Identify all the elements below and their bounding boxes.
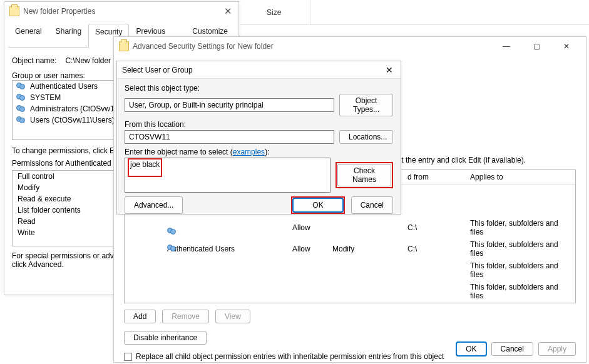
view-button[interactable]: View <box>215 310 250 323</box>
location-field[interactable] <box>125 130 334 144</box>
explorer-column-header: Size <box>240 0 589 25</box>
select-user-title: Select User or Group <box>122 66 193 74</box>
folder-icon <box>9 6 19 16</box>
disable-inheritance-button[interactable]: Disable inheritance <box>124 331 207 345</box>
tab-general[interactable]: General <box>8 23 49 47</box>
advanced-titlebar[interactable]: Advanced Security Settings for New folde… <box>114 37 586 56</box>
close-icon[interactable]: ✕ <box>224 6 232 17</box>
folder-icon <box>119 41 129 51</box>
object-type-label: Select this object type: <box>125 84 393 93</box>
ok-button[interactable]: OK <box>456 342 486 356</box>
tab-sharing[interactable]: Sharing <box>49 23 88 47</box>
change-permissions-text: To change permissions, click Edi <box>12 146 120 155</box>
users-icon <box>16 116 26 124</box>
maximize-icon[interactable]: ▢ <box>526 39 547 53</box>
properties-title: New folder Properties <box>23 7 233 16</box>
properties-titlebar[interactable]: New folder Properties <box>4 2 238 21</box>
users-icon <box>16 105 26 113</box>
select-user-titlebar[interactable]: Select User or Group ✕ <box>117 61 401 79</box>
apply-button[interactable]: Apply <box>538 342 576 356</box>
select-user-dialog: Select User or Group ✕ Select this objec… <box>116 61 401 215</box>
examples-link[interactable]: examples <box>233 148 265 156</box>
table-row[interactable]: This folder, subfolders and files <box>125 260 575 281</box>
minimize-icon[interactable]: — <box>496 39 517 53</box>
table-row[interactable]: Allow C:\This folder, subfolders and fil… <box>125 217 575 238</box>
close-icon[interactable]: ✕ <box>556 39 577 53</box>
replace-checkbox-label: Replace all child object permission entr… <box>136 352 444 361</box>
table-row[interactable]: Authenticated Users AllowModify C:\This … <box>125 238 575 260</box>
users-icon <box>16 94 26 101</box>
object-name-label: Object name: <box>12 56 56 65</box>
replace-checkbox[interactable] <box>124 353 132 361</box>
add-button[interactable]: Add <box>124 310 156 323</box>
advanced-button[interactable]: Advanced... <box>125 196 183 214</box>
table-row[interactable]: This folder, subfolders and files <box>125 281 575 302</box>
cancel-button[interactable]: Cancel <box>351 196 393 214</box>
object-types-button[interactable]: Object Types... <box>339 94 393 116</box>
users-icon <box>16 83 26 90</box>
object-type-field[interactable] <box>125 98 334 112</box>
column-size[interactable]: Size <box>262 0 310 24</box>
locations-button[interactable]: Locations... <box>339 130 393 144</box>
location-label: From this location: <box>125 120 393 129</box>
remove-button[interactable]: Remove <box>162 310 209 323</box>
check-names-button[interactable]: Check Names <box>337 164 391 186</box>
advanced-title: Advanced Security Settings for New folde… <box>133 42 496 51</box>
cancel-button[interactable]: Cancel <box>491 342 533 356</box>
close-icon[interactable]: ✕ <box>383 65 396 75</box>
ok-button[interactable]: OK <box>293 198 342 212</box>
object-name-value: C:\New folder <box>65 56 111 65</box>
object-name-label: Enter the object name to select (example… <box>125 148 393 156</box>
object-name-input[interactable]: joe black <box>125 158 330 193</box>
